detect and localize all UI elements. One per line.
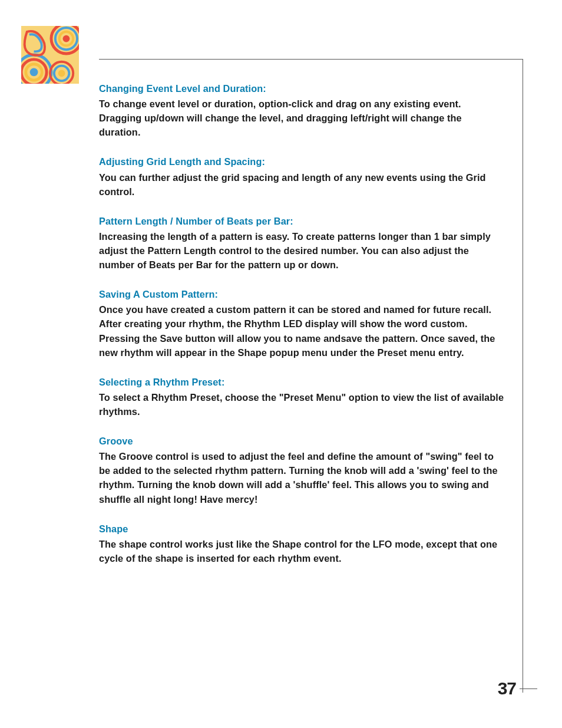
page-number-container: 37 [498, 678, 537, 699]
section-body: The Groove control is used to adjust the… [99, 449, 505, 506]
section-heading: Changing Event Level and Duration: [99, 81, 505, 95]
section-heading: Pattern Length / Number of Beats per Bar… [99, 214, 505, 228]
section-pattern-length: Pattern Length / Number of Beats per Bar… [99, 214, 505, 272]
page-logo [21, 26, 79, 84]
svg-point-4 [63, 35, 70, 42]
section-groove: Groove The Groove control is used to adj… [99, 434, 505, 506]
page-content: Changing Event Level and Duration: To ch… [99, 81, 505, 581]
section-body: You can further adjust the grid spacing … [99, 170, 505, 199]
header-rule-horizontal [99, 59, 523, 60]
section-selecting-rhythm-preset: Selecting a Rhythm Preset: To select a R… [99, 375, 505, 419]
section-heading: Selecting a Rhythm Preset: [99, 375, 505, 389]
section-heading: Shape [99, 522, 505, 536]
section-heading: Groove [99, 434, 505, 448]
section-heading: Saving A Custom Pattern: [99, 287, 505, 301]
section-adjusting-grid-length: Adjusting Grid Length and Spacing: You c… [99, 154, 505, 198]
section-body: Once you have created a custom pattern i… [99, 302, 505, 359]
section-heading: Adjusting Grid Length and Spacing: [99, 154, 505, 169]
section-changing-event-level: Changing Event Level and Duration: To ch… [99, 81, 505, 139]
page-rule-vertical [523, 59, 523, 693]
page-number-rule [520, 689, 537, 689]
page-number: 37 [498, 678, 516, 699]
section-body: To select a Rhythm Preset, choose the "P… [99, 390, 505, 419]
svg-point-8 [30, 68, 38, 77]
section-saving-custom-pattern: Saving A Custom Pattern: Once you have c… [99, 287, 505, 360]
section-body: Increasing the length of a pattern is ea… [99, 229, 505, 272]
svg-point-11 [58, 70, 65, 77]
section-body: To change event level or duration, optio… [99, 97, 505, 139]
section-body: The shape control works just like the Sh… [99, 537, 505, 565]
section-shape: Shape The shape control works just like … [99, 522, 505, 565]
